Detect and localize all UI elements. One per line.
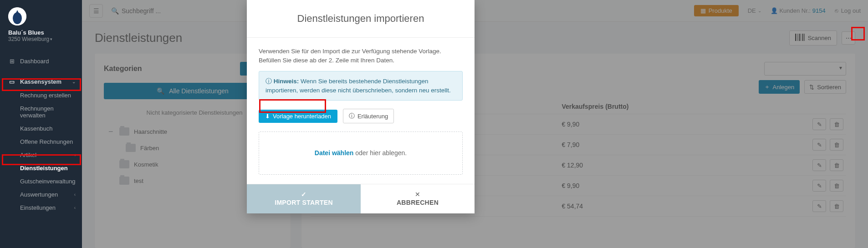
modal-lead-text: Verwenden Sie für den Import die zur Ver… (259, 47, 463, 65)
cancel-button[interactable]: ✕ ABBRECHEN (361, 184, 475, 213)
nav-artikel[interactable]: Artikel‹ (20, 148, 82, 162)
cash-icon: ▭ (8, 78, 15, 85)
cancel-label: ABBRECHEN (397, 199, 439, 206)
import-start-label: IMPORT STARTEN (275, 199, 333, 206)
chevron-down-icon: ⌄ (72, 79, 76, 84)
choose-file-link[interactable]: Datei wählen (315, 149, 354, 157)
nav-auswertungen[interactable]: Auswertungen‹ (20, 188, 82, 201)
modal-button-row: ⬇ Vorlage herunterladen ⓘ Erläuterung (259, 109, 463, 123)
chevron-left-icon: ‹ (74, 205, 76, 210)
modal-backdrop[interactable] (82, 0, 868, 248)
modal-title: Dienstleistungen importieren (256, 13, 465, 25)
info-icon: ⓘ (349, 112, 355, 120)
nav-kassenbuch[interactable]: Kassenbuch (20, 122, 82, 135)
modal-head: Dienstleistungen importieren (247, 0, 475, 38)
nav-dienstleistungen[interactable]: Dienstleistungen (20, 162, 82, 175)
info-icon: ⓘ (266, 78, 274, 85)
download-label: Vorlage herunterladen (273, 113, 331, 120)
check-icon: ✓ (247, 191, 361, 198)
brand-logo (8, 7, 26, 25)
nav-kassensystem[interactable]: ▭ Kassensystem ⌄ (0, 75, 82, 89)
caret-down-icon: ▾ (50, 37, 52, 41)
dashboard-icon: ⊞ (8, 58, 15, 65)
nav-kassensystem-label: Kassensystem (20, 78, 61, 85)
erlaeuterung-button[interactable]: ⓘ Erläuterung (343, 109, 394, 123)
import-start-button[interactable]: ✓ IMPORT STARTEN (247, 184, 361, 213)
hint-prefix: Hinweis: (274, 78, 299, 85)
brand-location-text: 3250 Wieselburg (8, 36, 49, 42)
close-icon: ✕ (361, 191, 475, 198)
erlaeuterung-label: Erläuterung (357, 113, 388, 120)
modal-body: Verwenden Sie für den Import die zur Ver… (247, 38, 475, 184)
nav-offene-rechnungen[interactable]: Offene Rechnungen (20, 135, 82, 148)
nav-kassensystem-sub: Rechnung erstellen Rechnungen verwalten … (0, 89, 82, 214)
nav-dashboard[interactable]: ⊞ Dashboard (0, 54, 82, 68)
drop-rest-text: oder hier ablegen. (353, 149, 407, 157)
download-icon: ⬇ (265, 113, 270, 120)
brand-block: Balu´s Blues 3250 Wieselburg ▾ (0, 0, 82, 44)
brand-location-dropdown[interactable]: 3250 Wieselburg ▾ (8, 36, 74, 42)
nav-rechnungen-verwalten[interactable]: Rechnungen verwalten (20, 102, 82, 122)
sidebar: Balu´s Blues 3250 Wieselburg ▾ ⊞ Dashboa… (0, 0, 82, 248)
modal-footer: ✓ IMPORT STARTEN ✕ ABBRECHEN (247, 184, 475, 213)
nav-einstellungen[interactable]: Einstellungen‹ (20, 201, 82, 214)
nav-dashboard-label: Dashboard (20, 58, 49, 65)
main-nav: ⊞ Dashboard ▭ Kassensystem ⌄ Rechnung er… (0, 54, 82, 214)
brand-name: Balu´s Blues (8, 29, 74, 36)
nav-rechnung-erstellen[interactable]: Rechnung erstellen (20, 89, 82, 102)
chevron-left-icon: ‹ (74, 192, 76, 197)
hint-box: ⓘ Hinweis: Wenn Sie bereits bestehende D… (259, 71, 463, 101)
nav-gutscheinverwaltung[interactable]: Gutscheinverwaltung (20, 175, 82, 188)
file-drop-zone[interactable]: Datei wählen oder hier ablegen. (259, 132, 463, 174)
chevron-left-icon: ‹ (74, 152, 76, 157)
download-template-button[interactable]: ⬇ Vorlage herunterladen (259, 110, 337, 123)
import-modal: Dienstleistungen importieren Verwenden S… (247, 0, 475, 213)
